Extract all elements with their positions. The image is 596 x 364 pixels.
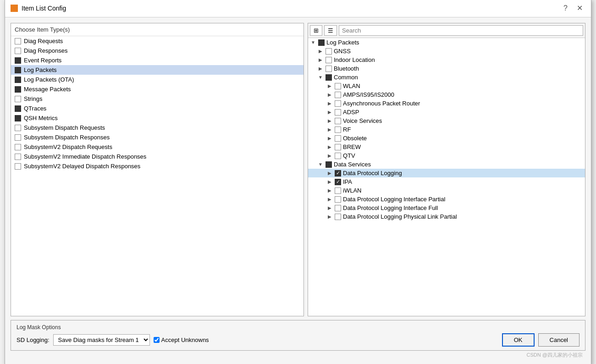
ok-button[interactable]: OK <box>502 333 535 347</box>
tree-item[interactable]: Common <box>308 73 585 82</box>
tree-item[interactable]: iWLAN <box>308 186 585 195</box>
list-item[interactable]: QTraces <box>11 104 304 113</box>
sd-logging-select[interactable]: Save Diag masks for Stream 1Save Diag ma… <box>53 334 150 346</box>
tree-checkbox[interactable] <box>335 83 341 89</box>
tree-item[interactable]: Log Packets <box>308 38 585 47</box>
cancel-button[interactable]: Cancel <box>538 333 579 347</box>
tree-item[interactable]: GNSS <box>308 47 585 55</box>
list-item-checkbox[interactable] <box>15 154 21 160</box>
list-item[interactable]: Subsystem Dispatch Responses <box>11 132 304 142</box>
tree-expander[interactable] <box>317 161 324 168</box>
list-item-checkbox[interactable] <box>15 125 21 131</box>
tree-checkbox[interactable] <box>326 74 332 81</box>
tree-expander[interactable] <box>317 48 324 55</box>
tree-item[interactable]: Indoor Location <box>308 55 585 64</box>
list-item[interactable]: Diag Requests <box>11 36 304 46</box>
tree-expander[interactable] <box>326 109 333 116</box>
tree-item[interactable]: RF <box>308 125 585 134</box>
list-item[interactable]: Message Packets <box>11 84 304 94</box>
tree-checkbox[interactable] <box>335 214 341 220</box>
list-item[interactable]: SubsystemV2 Dispatch Requests <box>11 142 304 152</box>
tree-checkbox[interactable] <box>335 100 341 107</box>
tree-expander[interactable] <box>326 196 333 203</box>
tree-item[interactable]: Asynchronous Packet Router <box>308 99 585 108</box>
tree-checkbox[interactable] <box>335 92 341 98</box>
tree-item[interactable]: Bluetooth <box>308 64 585 73</box>
tree-checkbox[interactable] <box>335 118 341 124</box>
tree-item[interactable]: Data Services <box>308 160 585 169</box>
tree-expander[interactable] <box>326 118 333 124</box>
tree-item[interactable]: WLAN <box>308 82 585 90</box>
accept-unknowns-checkbox[interactable] <box>154 337 160 343</box>
tree-item[interactable]: ADSP <box>308 108 585 116</box>
tree-item[interactable]: QTV <box>308 151 585 160</box>
list-item-checkbox[interactable] <box>15 144 21 150</box>
search-input[interactable] <box>339 25 583 36</box>
tree-item[interactable]: Obsolete <box>308 134 585 143</box>
list-item-checkbox[interactable] <box>15 134 21 141</box>
tree-expander[interactable] <box>310 39 316 46</box>
tree-item[interactable]: Data Protocol Logging Physical Link Part… <box>308 212 585 221</box>
list-item[interactable]: Subsystem Dispatch Requests <box>11 123 304 132</box>
tree-expander[interactable] <box>326 205 333 211</box>
tree-checkbox[interactable] <box>335 196 341 203</box>
list-item-checkbox[interactable] <box>15 163 21 170</box>
tree-checkbox[interactable] <box>326 57 332 63</box>
tree-item[interactable]: AMPS/IS95/IS2000 <box>308 90 585 99</box>
tree-item[interactable]: Voice Services <box>308 116 585 125</box>
list-item[interactable]: Log Packets (OTA) <box>11 75 304 84</box>
list-item-checkbox[interactable] <box>15 67 21 73</box>
tree-checkbox[interactable] <box>326 161 332 168</box>
tree-checkbox[interactable] <box>326 66 332 72</box>
list-view-button[interactable]: ☰ <box>324 25 337 36</box>
tree-expander[interactable] <box>326 92 333 98</box>
tree-checkbox[interactable] <box>335 109 341 116</box>
tree-item[interactable]: Data Protocol Logging Interface Partial <box>308 195 585 204</box>
tree-item[interactable]: Data Protocol Logging <box>308 169 585 177</box>
tree-checkbox[interactable] <box>318 39 325 46</box>
tree-expander[interactable] <box>326 214 333 220</box>
list-item[interactable]: Log Packets <box>11 65 304 75</box>
tree-item[interactable]: Data Protocol Logging Interface Full <box>308 204 585 212</box>
list-item[interactable]: SubsystemV2 Immediate Dispatch Responses <box>11 152 304 161</box>
tree-expander[interactable] <box>326 135 333 142</box>
tree-expander[interactable] <box>326 100 333 107</box>
list-item[interactable]: Diag Responses <box>11 46 304 55</box>
tree-expander[interactable] <box>317 66 324 72</box>
list-item-checkbox[interactable] <box>15 86 21 93</box>
tree-expander[interactable] <box>317 74 324 81</box>
tree-checkbox[interactable] <box>335 170 341 176</box>
list-item[interactable]: Event Reports <box>11 55 304 65</box>
help-button[interactable]: ? <box>561 3 570 13</box>
tree-expander[interactable] <box>326 170 333 176</box>
tree-checkbox[interactable] <box>335 127 341 133</box>
list-item-checkbox[interactable] <box>15 48 21 54</box>
tree-checkbox[interactable] <box>326 48 332 55</box>
tree-checkbox[interactable] <box>335 135 341 142</box>
tree-expander[interactable] <box>326 153 333 159</box>
tree-expander[interactable] <box>326 127 333 133</box>
list-item-checkbox[interactable] <box>15 115 21 121</box>
tree-checkbox[interactable] <box>335 205 341 211</box>
list-item-checkbox[interactable] <box>15 57 21 64</box>
tree-checkbox[interactable] <box>335 153 341 159</box>
list-item[interactable]: QSH Metrics <box>11 113 304 123</box>
tree-item[interactable]: BREW <box>308 143 585 151</box>
tree-item[interactable]: IPA <box>308 177 585 186</box>
list-item-checkbox[interactable] <box>15 96 21 102</box>
tree-checkbox[interactable] <box>335 144 341 150</box>
tree-expander[interactable] <box>326 144 333 150</box>
list-item-checkbox[interactable] <box>15 105 21 112</box>
list-item-checkbox[interactable] <box>15 38 21 44</box>
tree-checkbox[interactable] <box>335 188 341 194</box>
tree-expander[interactable] <box>326 188 333 194</box>
list-item[interactable]: SubsystemV2 Delayed Dispatch Responses <box>11 161 304 171</box>
list-item-checkbox[interactable] <box>15 77 21 83</box>
close-button[interactable]: ✕ <box>574 3 585 13</box>
tree-checkbox[interactable] <box>335 179 341 185</box>
tree-view-button[interactable]: ⊞ <box>310 25 322 36</box>
tree-expander[interactable] <box>317 57 324 63</box>
list-item[interactable]: Strings <box>11 94 304 104</box>
tree-expander[interactable] <box>326 179 333 185</box>
tree-expander[interactable] <box>326 83 333 89</box>
